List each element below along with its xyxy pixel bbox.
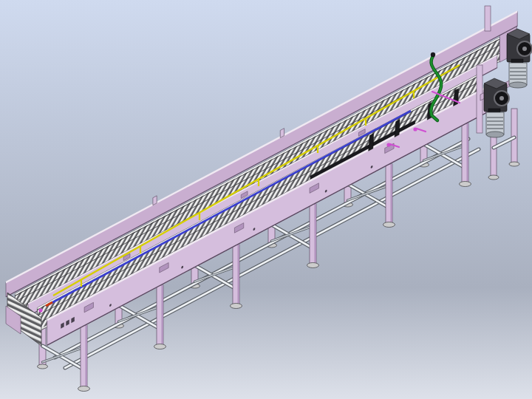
motor-body[interactable]: [486, 112, 504, 134]
leveling-foot: [38, 364, 48, 369]
clamp-knob[interactable]: [386, 143, 390, 146]
end-post-top: [485, 6, 491, 31]
clamp-knob[interactable]: [413, 127, 417, 131]
clamp-knob[interactable]: [38, 308, 42, 312]
cad-viewport[interactable]: [0, 0, 532, 399]
conveyor-assembly-render[interactable]: [0, 0, 532, 399]
hose-fitting: [431, 52, 435, 57]
motor-body[interactable]: [509, 63, 527, 85]
